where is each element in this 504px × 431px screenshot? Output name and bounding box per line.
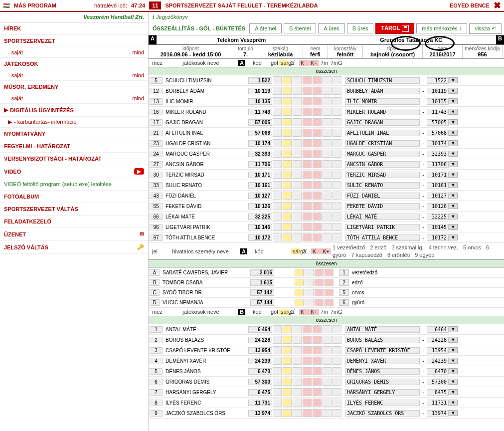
dropdown-icon[interactable]: ▼ (449, 224, 458, 230)
jersey-number[interactable]: 55 (150, 203, 163, 210)
k-cell[interactable] (303, 346, 312, 354)
kplus-cell[interactable] (313, 139, 322, 147)
m7g-cell[interactable] (333, 192, 341, 200)
two-cell[interactable] (293, 233, 302, 241)
m7g-cell[interactable] (333, 97, 341, 105)
yellow-cell[interactable] (283, 202, 292, 210)
dropdown-icon[interactable]: ▼ (449, 379, 458, 385)
kplus-cell[interactable] (313, 171, 322, 179)
goal-cell[interactable] (273, 97, 282, 105)
kplus-cell[interactable] (325, 269, 334, 276)
official-letter[interactable]: A (150, 269, 160, 276)
sidebar-item[interactable]: VIDEÓ feltöltő program (setup.exe) letöl… (0, 178, 148, 191)
yellow-cell[interactable] (283, 223, 292, 231)
two-cell[interactable] (293, 108, 302, 116)
k-cell[interactable] (303, 202, 312, 210)
two-cell[interactable] (293, 346, 302, 354)
sidebar-item[interactable]: HÍREK (0, 22, 148, 35)
m7-cell[interactable] (323, 150, 332, 158)
dropdown-icon[interactable]: ▼ (449, 109, 458, 115)
m7g-cell[interactable] (333, 378, 341, 386)
k-cell[interactable] (315, 299, 324, 306)
jersey-number[interactable]: 66 (150, 214, 163, 220)
kplus-cell[interactable] (313, 160, 322, 168)
dropdown-icon[interactable]: ▼ (449, 172, 458, 178)
m7-cell[interactable] (323, 388, 332, 396)
dropdown-icon[interactable]: ▼ (449, 347, 458, 353)
yellow-cell[interactable] (295, 269, 304, 276)
role-num[interactable]: 1 (339, 269, 349, 276)
jersey-number[interactable]: 27 (150, 161, 163, 168)
goal-cell[interactable] (273, 223, 282, 231)
two-cell[interactable] (293, 336, 302, 344)
k-cell[interactable] (303, 108, 312, 116)
jersey-number[interactable]: 9 (150, 410, 163, 417)
k-cell[interactable] (303, 171, 312, 179)
dropdown-icon[interactable]: ▼ (449, 214, 458, 219)
goal-cell[interactable] (273, 378, 282, 386)
yellow-cell[interactable] (283, 76, 292, 84)
goal-cell[interactable] (273, 171, 282, 179)
dropdown-icon[interactable]: ▼ (449, 400, 458, 406)
sidebar-item[interactable]: VIDEÓ▶ (0, 165, 148, 178)
k-cell[interactable] (303, 367, 312, 375)
m7-cell[interactable] (323, 139, 332, 147)
kplus-cell[interactable] (313, 378, 322, 386)
kplus-cell[interactable] (313, 192, 322, 200)
dropdown-icon[interactable]: ▼ (449, 151, 458, 157)
k-cell[interactable] (303, 87, 312, 95)
jersey-number[interactable]: 16 (150, 109, 163, 115)
kplus-cell[interactable] (313, 97, 322, 105)
m7g-cell[interactable] (333, 409, 341, 417)
role-num[interactable]: 5 (339, 289, 349, 296)
k-cell[interactable] (303, 223, 312, 231)
m7g-cell[interactable] (333, 108, 341, 116)
jersey-number[interactable]: 43 (150, 193, 163, 199)
two-cell[interactable] (305, 289, 314, 296)
kplus-cell[interactable] (313, 87, 322, 95)
m7g-cell[interactable] (333, 367, 341, 375)
dropdown-icon[interactable]: ▼ (449, 193, 458, 199)
k-cell[interactable] (303, 139, 312, 147)
m7-cell[interactable] (323, 233, 332, 241)
k-cell[interactable] (303, 213, 312, 220)
m7g-cell[interactable] (333, 87, 341, 95)
k-cell[interactable] (303, 192, 312, 200)
kplus-cell[interactable] (313, 357, 322, 365)
kplus-cell[interactable] (313, 233, 322, 241)
yellow-cell[interactable] (283, 139, 292, 147)
m7-cell[interactable] (323, 97, 332, 105)
m7-cell[interactable] (323, 357, 332, 365)
m7-cell[interactable] (323, 325, 332, 333)
yellow-cell[interactable] (283, 160, 292, 168)
two-cell[interactable] (305, 279, 314, 286)
goal-cell[interactable] (273, 160, 282, 168)
yellow-cell[interactable] (283, 150, 292, 158)
kplus-cell[interactable] (313, 388, 322, 396)
jersey-number[interactable]: 5 (150, 368, 163, 375)
m7g-cell[interactable] (333, 181, 341, 189)
dropdown-icon[interactable]: ▼ (449, 389, 458, 395)
two-cell[interactable] (293, 181, 302, 189)
goal-cell[interactable] (273, 108, 282, 116)
k-cell[interactable] (303, 97, 312, 105)
two-cell[interactable] (293, 223, 302, 231)
goal-cell[interactable] (273, 150, 282, 158)
dropdown-icon[interactable]: ▼ (449, 77, 458, 83)
goal-cell[interactable] (273, 87, 282, 95)
kplus-cell[interactable] (313, 129, 322, 137)
jersey-number[interactable]: 5 (150, 77, 163, 84)
m7-cell[interactable] (323, 118, 332, 126)
goal-cell[interactable] (273, 202, 282, 210)
sidebar-item[interactable]: JÁTÉKOSOK (0, 58, 148, 70)
m7-cell[interactable] (323, 171, 332, 179)
kplus-cell[interactable] (313, 336, 322, 344)
m7g-cell[interactable] (333, 139, 341, 147)
goal-cell[interactable] (273, 325, 282, 333)
kplus-cell[interactable] (313, 346, 322, 354)
sidebar-item[interactable]: FELADATKEZELŐ (0, 216, 148, 228)
tarol-button[interactable]: TÁROL (375, 23, 414, 34)
two-cell[interactable] (293, 118, 302, 126)
m7-cell[interactable] (323, 76, 332, 84)
yellow-cell[interactable] (283, 399, 292, 407)
